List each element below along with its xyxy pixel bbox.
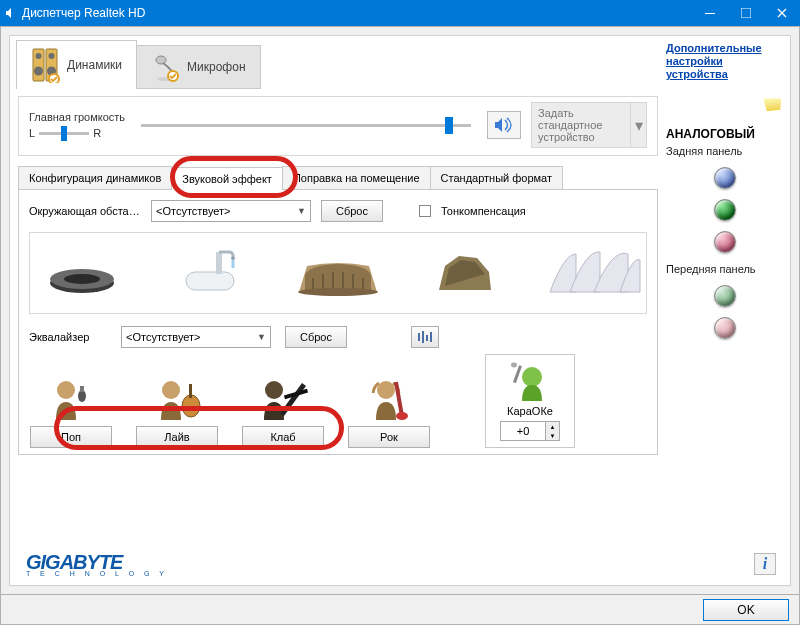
svg-point-29 <box>265 381 283 399</box>
balance-right-label: R <box>93 127 101 139</box>
subtab-speaker-config[interactable]: Конфигурация динамиков <box>18 166 172 189</box>
environment-reset-button[interactable]: Сброс <box>321 200 383 222</box>
karaoke-label: КараОКе <box>507 405 553 417</box>
svg-point-23 <box>57 381 75 399</box>
tone-compensation-label: Тонкомпенсация <box>441 205 526 217</box>
jack-rear-pink[interactable] <box>714 231 736 253</box>
svg-rect-16 <box>216 252 222 274</box>
karaoke-box: КараОКе +0 ▲▼ <box>485 354 575 448</box>
tone-compensation-checkbox[interactable] <box>419 205 431 217</box>
svg-rect-15 <box>186 272 234 290</box>
graphic-eq-button[interactable] <box>411 326 439 348</box>
svg-point-32 <box>396 412 408 420</box>
svg-point-27 <box>182 395 200 417</box>
svg-point-18 <box>298 288 378 296</box>
subtab-default-format[interactable]: Стандартный формат <box>430 166 563 189</box>
balance-left-label: L <box>29 127 35 139</box>
microphone-icon <box>151 52 181 82</box>
karaoke-pitch-spinner[interactable]: +0 ▲▼ <box>500 421 560 441</box>
analog-title: АНАЛОГОВЫЙ <box>666 127 784 141</box>
subtab-room-correction[interactable]: Поправка на помещение <box>282 166 431 189</box>
equalizer-reset-button[interactable]: Сброс <box>285 326 347 348</box>
svg-rect-25 <box>80 386 84 392</box>
env-preset-arena[interactable] <box>290 243 386 303</box>
preset-club-button[interactable]: Клаб <box>242 426 324 448</box>
jack-front-green[interactable] <box>714 285 736 307</box>
svg-rect-1 <box>741 8 751 18</box>
svg-point-31 <box>377 381 395 399</box>
jack-rear-green[interactable] <box>714 199 736 221</box>
speakers-icon <box>31 47 61 83</box>
env-preset-concerthall[interactable] <box>546 243 642 303</box>
svg-rect-20 <box>422 331 424 343</box>
mute-button[interactable] <box>487 111 521 139</box>
svg-rect-22 <box>430 332 432 342</box>
svg-rect-19 <box>418 333 420 341</box>
ok-button[interactable]: OK <box>703 599 789 621</box>
front-panel-label: Передняя панель <box>666 263 784 275</box>
volume-slider[interactable] <box>141 124 471 127</box>
jack-rear-blue[interactable] <box>714 167 736 189</box>
preset-live-button[interactable]: Лайв <box>136 426 218 448</box>
spinner-down-icon[interactable]: ▼ <box>546 431 559 440</box>
environment-presets <box>29 232 647 314</box>
svg-point-8 <box>49 74 59 83</box>
app-icon <box>0 7 22 19</box>
tab-speakers[interactable]: Динамики <box>16 40 137 89</box>
maximize-button[interactable] <box>728 0 764 26</box>
brand-logo: GIGABYTE T E C H N O L O G Y <box>26 551 168 577</box>
preset-pop-icon <box>46 376 96 422</box>
rear-panel-label: Задняя панель <box>666 145 784 157</box>
svg-rect-21 <box>426 335 428 341</box>
preset-live-icon <box>149 376 205 422</box>
svg-point-5 <box>49 53 55 59</box>
spinner-up-icon[interactable]: ▲ <box>546 422 559 431</box>
karaoke-icon <box>508 361 552 401</box>
env-preset-sewerpipe[interactable] <box>34 243 130 303</box>
jack-front-pink[interactable] <box>714 317 736 339</box>
chevron-down-icon: ▼ <box>297 206 306 216</box>
subtab-sound-effect[interactable]: Звуковой эффект <box>171 167 283 190</box>
note-flag-icon <box>763 96 783 112</box>
svg-rect-34 <box>513 365 522 383</box>
preset-club-icon <box>254 376 312 422</box>
minimize-button[interactable] <box>692 0 728 26</box>
equalizer-select[interactable]: <Отсутствует> ▼ <box>121 326 271 348</box>
svg-point-33 <box>522 367 542 387</box>
tab-speakers-label: Динамики <box>67 58 122 72</box>
environment-select[interactable]: <Отсутствует> ▼ <box>151 200 311 222</box>
svg-point-17 <box>231 256 235 260</box>
svg-point-9 <box>156 56 166 64</box>
close-button[interactable] <box>764 0 800 26</box>
chevron-down-icon: ▼ <box>257 332 266 342</box>
main-volume-title: Главная громкость <box>29 111 125 123</box>
tab-microphone[interactable]: Микрофон <box>137 45 260 89</box>
svg-rect-0 <box>705 13 715 14</box>
env-preset-stone[interactable] <box>418 243 514 303</box>
default-device-dropdown[interactable]: ▾ <box>631 102 647 148</box>
karaoke-pitch-value: +0 <box>501 425 545 437</box>
sound-on-icon <box>494 117 514 133</box>
equalizer-value: <Отсутствует> <box>126 331 201 343</box>
graphic-eq-icon <box>417 331 433 343</box>
tab-microphone-label: Микрофон <box>187 60 245 74</box>
preset-rock-icon <box>364 376 414 422</box>
svg-rect-28 <box>189 384 192 398</box>
window-title: Диспетчер Realtek HD <box>22 6 692 20</box>
equalizer-label: Эквалайзер <box>29 331 107 343</box>
info-button[interactable]: i <box>754 553 776 575</box>
svg-point-26 <box>162 381 180 399</box>
svg-point-14 <box>64 274 100 284</box>
balance-slider[interactable] <box>39 132 89 135</box>
svg-point-4 <box>36 53 42 59</box>
advanced-settings-link[interactable]: Дополнительные настройки устройства <box>666 42 784 81</box>
preset-pop-button[interactable]: Поп <box>30 426 112 448</box>
svg-point-6 <box>34 67 43 76</box>
env-preset-bathroom[interactable] <box>162 243 258 303</box>
default-device-button[interactable]: Задать стандартное устройство <box>531 102 631 148</box>
svg-point-35 <box>511 363 517 368</box>
preset-rock-button[interactable]: Рок <box>348 426 430 448</box>
environment-value: <Отсутствует> <box>156 205 231 217</box>
environment-label: Окружающая обста… <box>29 205 141 217</box>
